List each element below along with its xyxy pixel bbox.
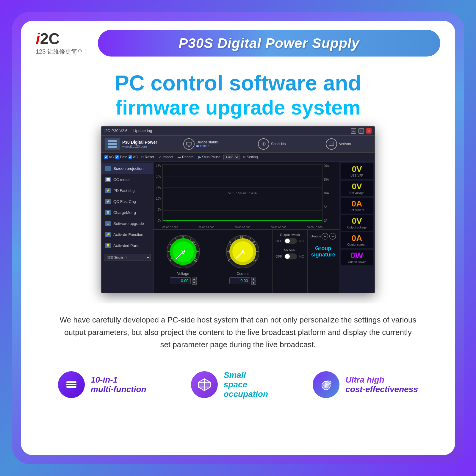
- voltage-decrement[interactable]: ▼: [192, 281, 197, 285]
- group-add-button[interactable]: +: [322, 233, 328, 239]
- device-status-value: Offline: [196, 144, 218, 148]
- set-voltage-value: 0V Set voltage: [341, 181, 373, 196]
- svg-text:30: 30: [194, 260, 197, 263]
- svg-text:A: A: [240, 248, 245, 256]
- cost-text: Ultra high cost-effectiveness: [345, 375, 418, 394]
- speed-select[interactable]: Fast Slow: [223, 154, 239, 160]
- import-button[interactable]: ✓ Import: [157, 154, 175, 160]
- set-current-number: 0A: [343, 200, 371, 208]
- multi-function-line2: multi-function: [91, 385, 146, 394]
- svg-text:15: 15: [180, 236, 183, 239]
- space-icon: [191, 371, 218, 398]
- window-title: i2C-P30 V2.6: [104, 129, 127, 133]
- device-url: www.i2c123.com: [122, 145, 157, 148]
- svg-rect-44: [66, 384, 76, 385]
- version-label: Verison: [339, 142, 351, 146]
- group-panel: Groups + − Group signature: [308, 230, 339, 293]
- svg-point-53: [325, 381, 331, 384]
- window-body: 📺 Screen projection 📊 CC meter ⚡ PD Fast…: [101, 162, 375, 293]
- vpp-toggle[interactable]: [284, 253, 297, 259]
- close-button[interactable]: ✕: [366, 128, 372, 134]
- logo-i: i: [36, 30, 40, 47]
- set-voltage-number: 0V: [343, 182, 371, 191]
- svg-text:20: 20: [252, 240, 255, 243]
- sidebar-item-cc-meter[interactable]: 📊 CC meter: [101, 174, 153, 185]
- voltage-input[interactable]: 0.00: [170, 277, 191, 284]
- header: i2C 123·让维修更简单！ P30S Digital Power Suppl…: [21, 21, 455, 62]
- svg-text:5: 5: [229, 240, 231, 243]
- svg-text:20: 20: [192, 240, 195, 243]
- maximize-button[interactable]: □: [358, 128, 364, 134]
- sidebar-item-activate-function[interactable]: 🔑 Activate-Function: [101, 229, 153, 240]
- output-current-label: Output current: [343, 243, 371, 246]
- current-decrement[interactable]: ▼: [251, 281, 256, 285]
- cc-meter-icon: 📊: [105, 177, 111, 182]
- update-log-btn[interactable]: Update log: [133, 129, 152, 133]
- logo: i2C: [36, 31, 60, 46]
- time-check[interactable]: Time: [115, 155, 127, 159]
- vc-check[interactable]: VC: [104, 155, 114, 159]
- sidebar-item-screen-projection[interactable]: 📺 Screen projection: [101, 163, 153, 174]
- device-icon: [105, 138, 120, 150]
- output-switch-group: Output switch OFF NO: [275, 233, 304, 244]
- space-line2: space: [224, 380, 268, 389]
- vpp-no-label: NO: [299, 255, 304, 258]
- sidebar-item-chargemetrg[interactable]: 🔋 ChargeMetrg: [101, 207, 153, 218]
- output-toggle[interactable]: [284, 238, 297, 244]
- reset-button[interactable]: ↺ Reset: [139, 154, 156, 160]
- current-input[interactable]: 0.00: [229, 277, 250, 284]
- output-power-number: 0W: [343, 251, 371, 260]
- ac-check[interactable]: AC: [129, 155, 138, 159]
- software-window: i2C-P30 V2.6 Update log — □ ✕: [101, 126, 375, 293]
- groups-label: Groups: [311, 234, 321, 238]
- group-remove-button[interactable]: −: [329, 233, 336, 239]
- minimize-button[interactable]: —: [351, 128, 356, 134]
- settings-button[interactable]: ⚙ Setting: [241, 154, 259, 160]
- cost-line2: cost-effectiveness: [345, 385, 418, 394]
- space-text: Small space occupation: [224, 370, 268, 399]
- vpp-off-label: OFF: [275, 255, 282, 258]
- output-power-value: 0W Output power: [341, 250, 373, 265]
- output-current-value: 0A Output current: [341, 232, 373, 248]
- multi-function-text: 10-in-1 multi-function: [91, 375, 146, 394]
- svg-text:15: 15: [240, 236, 243, 239]
- vpp-switch-group: 5V VFP OFF NO: [275, 248, 304, 259]
- sidebar-item-software-upgrade[interactable]: ☁ Software upgrade: [101, 218, 153, 229]
- main-panel: 25V 20V 15V 10V 6V 0V: [154, 162, 339, 293]
- sidebar-item-pd-fast-chg[interactable]: ⚡ PD Fast chg: [101, 185, 153, 196]
- multi-function-line1: 10-in-1: [91, 375, 146, 385]
- logo-tagline: 123·让维修更简单！: [36, 48, 89, 56]
- logo-2c: 2C: [40, 30, 60, 47]
- current-increment[interactable]: ▲: [251, 277, 256, 281]
- cost-icon: $: [313, 371, 339, 398]
- language-select[interactable]: 英文(English) 中文: [104, 254, 151, 261]
- outer-card: i2C 123·让维修更简单！ P30S Digital Power Suppl…: [12, 12, 464, 464]
- main-title-line2: firmware upgrade system: [36, 96, 440, 125]
- main-title-line1: PC control software and: [36, 65, 440, 96]
- device-status-group: Device status Offline: [183, 138, 218, 150]
- sidebar-item-qc-fast-chg[interactable]: ⚡ QC Fast Chg: [101, 196, 153, 207]
- software-upgrade-icon: ☁: [105, 221, 111, 226]
- device-status-icon: [183, 138, 195, 150]
- output-voltage-label: Output voltage: [343, 226, 371, 229]
- cost-line1: Ultra high: [345, 375, 418, 385]
- chart-label: VC:9.55V AC:7.46A: [228, 191, 257, 195]
- version-group: Verison: [326, 138, 351, 150]
- usb-vfp-value: 0V USB VFP: [341, 163, 373, 179]
- sidebar-item-activated-parts[interactable]: 💡 Activated Parts: [101, 240, 153, 251]
- current-gauge: 0 5 15 20 25 A Current: [213, 230, 273, 293]
- record-button[interactable]: ▬ Record: [176, 154, 195, 160]
- group-header: Groups + −: [311, 233, 336, 239]
- gauges-row: 0 15 20 30 V Voltage: [154, 230, 339, 293]
- start-button[interactable]: ▶ Sturt/Pause: [197, 154, 223, 160]
- footer-item-space: Small space occupation: [191, 370, 268, 399]
- output-no-label: NO: [299, 239, 304, 243]
- current-label: Current: [237, 272, 248, 276]
- voltage-increment[interactable]: ▲: [192, 277, 197, 281]
- voltage-gauge: 0 15 20 30 V Voltage: [154, 230, 213, 293]
- set-voltage-label: Set voltage: [343, 191, 371, 195]
- svg-rect-43: [66, 386, 76, 388]
- logo-area: i2C 123·让维修更简单！: [36, 31, 89, 56]
- output-power-label: Output power: [343, 260, 371, 264]
- svg-text:25: 25: [253, 260, 256, 263]
